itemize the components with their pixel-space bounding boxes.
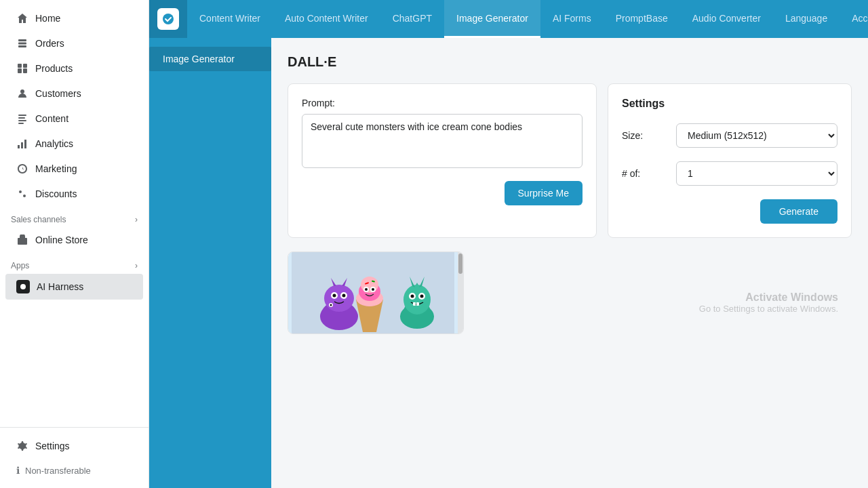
sidebar-item-orders[interactable]: Orders: [5, 31, 143, 56]
main-area: Content Writer Auto Content Writer ChatG…: [149, 0, 868, 488]
sidebar-item-products[interactable]: Products: [5, 56, 143, 81]
sidebar-item-content[interactable]: Content: [5, 106, 143, 131]
svg-rect-8: [18, 115, 26, 116]
svg-point-47: [420, 295, 424, 298]
prompt-card: Prompt: Surprise Me: [288, 83, 597, 238]
svg-rect-15: [18, 238, 27, 245]
apps-label: Apps: [11, 261, 29, 270]
sidebar-item-home[interactable]: Home: [5, 6, 143, 30]
svg-rect-12: [18, 145, 20, 148]
sidebar-item-customers[interactable]: Customers: [5, 81, 143, 106]
svg-rect-11: [18, 123, 24, 124]
svg-point-7: [20, 89, 24, 94]
nav-tab-accounts[interactable]: Accounts: [840, 0, 868, 38]
sidebar-content-label: Content: [35, 113, 68, 124]
info-icon: ℹ: [16, 465, 20, 476]
svg-rect-9: [18, 117, 25, 119]
sales-channels-section[interactable]: Sales channels ›: [0, 207, 149, 227]
sidebar-bottom: Settings ℹ Non-transferable: [0, 427, 149, 488]
sidebar-item-discounts[interactable]: Discounts: [5, 182, 143, 206]
svg-point-45: [411, 295, 414, 298]
app-logo: [149, 0, 187, 38]
sidebar-orders-label: Orders: [35, 38, 64, 49]
top-nav: Content Writer Auto Content Writer ChatG…: [149, 0, 868, 38]
activate-subtitle: Go to Settings to activate Windows.: [699, 304, 838, 314]
logo-box: [157, 8, 179, 30]
apps-section[interactable]: Apps ›: [0, 253, 149, 273]
left-panel: Image Generator: [149, 38, 271, 488]
nav-tab-auto-content-writer[interactable]: Auto Content Writer: [273, 0, 380, 38]
left-panel-image-generator[interactable]: Image Generator: [149, 47, 271, 71]
generate-button[interactable]: Generate: [760, 199, 837, 224]
sidebar-item-marketing[interactable]: Marketing: [5, 157, 143, 181]
sidebar: Home Orders Products Customers Content: [0, 0, 149, 488]
discounts-icon: [16, 188, 28, 200]
svg-rect-2: [18, 45, 26, 47]
svg-rect-10: [18, 120, 26, 121]
sidebar-item-settings[interactable]: Settings: [5, 434, 143, 458]
sidebar-customers-label: Customers: [35, 88, 81, 99]
prompt-input[interactable]: [302, 114, 583, 168]
nav-tab-ai-forms[interactable]: AI Forms: [540, 0, 604, 38]
apps-arrow: ›: [135, 261, 138, 270]
svg-rect-49: [416, 302, 419, 306]
nav-tab-chatgpt[interactable]: ChatGPT: [380, 0, 444, 38]
svg-point-26: [330, 304, 332, 306]
nav-tabs: Content Writer Auto Content Writer ChatG…: [187, 0, 868, 38]
svg-rect-4: [23, 68, 27, 73]
svg-rect-1: [18, 43, 26, 45]
sidebar-nav: Home Orders Products Customers Content: [0, 0, 149, 427]
settings-card: Settings Size: Small (256x256) Medium (5…: [608, 83, 852, 238]
sidebar-settings-label: Settings: [35, 441, 70, 451]
prompt-label: Prompt:: [302, 98, 583, 108]
svg-rect-13: [21, 142, 23, 148]
home-icon: [16, 12, 28, 24]
count-select[interactable]: 1 2 3 4 5: [676, 161, 837, 186]
preview-scrollbar[interactable]: [458, 252, 463, 333]
sidebar-item-ai-harness[interactable]: AI Harness: [5, 274, 143, 300]
svg-rect-6: [23, 64, 27, 68]
content-icon: [16, 113, 28, 125]
svg-point-16: [20, 284, 26, 289]
customers-icon: [16, 87, 28, 100]
svg-point-36: [372, 288, 374, 291]
nav-tab-content-writer[interactable]: Content Writer: [187, 0, 273, 38]
svg-rect-3: [18, 68, 22, 73]
sidebar-item-analytics[interactable]: Analytics: [5, 131, 143, 156]
non-transferable-label: Non-transferable: [25, 466, 91, 476]
svg-point-34: [365, 288, 368, 291]
count-label: # of:: [622, 168, 676, 179]
size-row: Size: Small (256x256) Medium (512x512) L…: [622, 123, 837, 148]
svg-rect-5: [18, 64, 22, 68]
main-panel: DALL·E Prompt: Surprise Me Settings Size…: [271, 38, 868, 488]
svg-rect-48: [413, 302, 416, 306]
preview-area: Activate Windows Go to Settings to activ…: [288, 251, 852, 334]
ai-harness-app-icon: [16, 280, 30, 293]
online-store-icon: [16, 234, 28, 246]
nav-tab-image-generator[interactable]: Image Generator: [444, 0, 540, 38]
nav-tab-language[interactable]: Language: [773, 0, 840, 38]
preview-card: [288, 251, 464, 334]
sidebar-item-online-store[interactable]: Online Store: [5, 228, 143, 252]
svg-point-41: [403, 285, 431, 314]
activate-windows-overlay: Activate Windows Go to Settings to activ…: [699, 291, 838, 314]
sales-channels-arrow: ›: [135, 215, 138, 224]
orders-icon: [16, 37, 28, 49]
surprise-me-button[interactable]: Surprise Me: [505, 181, 583, 205]
svg-point-24: [342, 294, 346, 298]
size-select[interactable]: Small (256x256) Medium (512x512) Large (…: [676, 123, 837, 148]
settings-icon: [16, 440, 28, 452]
page-title: DALL·E: [288, 54, 852, 70]
svg-point-32: [361, 277, 378, 293]
nav-tab-audio-converter[interactable]: Audio Converter: [680, 0, 773, 38]
non-transferable-item: ℹ Non-transferable: [5, 459, 143, 482]
sidebar-analytics-label: Analytics: [35, 138, 73, 149]
nav-tab-promptbase[interactable]: PromptBase: [604, 0, 680, 38]
size-label: Size:: [622, 130, 676, 141]
sidebar-marketing-label: Marketing: [35, 163, 77, 174]
scrollbar-thumb: [458, 253, 462, 274]
sidebar-products-label: Products: [35, 63, 73, 74]
activate-area: Activate Windows Go to Settings to activ…: [475, 251, 852, 334]
sidebar-home-label: Home: [35, 13, 60, 24]
products-icon: [16, 62, 28, 75]
